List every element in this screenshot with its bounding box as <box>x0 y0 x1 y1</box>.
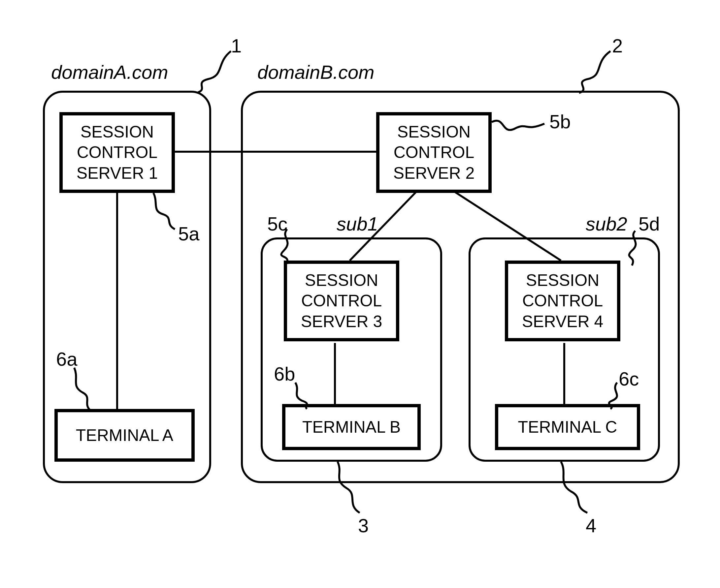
terminal-c-label: TERMINAL C <box>518 417 617 438</box>
diagram-canvas: domainA.com domainB.com sub1 sub2 SESSIO… <box>0 0 720 588</box>
server-1-label: SESSION CONTROL SERVER 1 <box>77 122 158 184</box>
terminal-b: TERMINAL B <box>282 404 421 450</box>
ref-2: 2 <box>612 35 623 57</box>
ref-5d: 5d <box>638 213 660 235</box>
sub1-title: sub1 <box>336 213 378 235</box>
terminal-a-label: TERMINAL A <box>76 425 173 446</box>
session-control-server-3: SESSION CONTROL SERVER 3 <box>284 260 399 341</box>
ref-5a: 5a <box>178 223 200 245</box>
session-control-server-2: SESSION CONTROL SERVER 2 <box>376 112 492 193</box>
ref-5c: 5c <box>267 213 287 235</box>
ref-4: 4 <box>586 514 596 537</box>
ref-1: 1 <box>231 35 242 57</box>
sub2-title: sub2 <box>586 213 627 235</box>
ref-6a: 6a <box>56 348 78 370</box>
terminal-a: TERMINAL A <box>55 409 195 462</box>
ref-3: 3 <box>358 514 369 537</box>
session-control-server-1: SESSION CONTROL SERVER 1 <box>59 112 175 193</box>
server-2-label: SESSION CONTROL SERVER 2 <box>393 122 474 184</box>
ref-6c: 6c <box>619 368 639 390</box>
terminal-b-label: TERMINAL B <box>302 417 400 438</box>
ref-5b: 5b <box>550 110 571 132</box>
domain-a-title: domainA.com <box>51 61 168 83</box>
terminal-c: TERMINAL C <box>495 404 640 450</box>
domain-b-title: domainB.com <box>258 61 374 83</box>
ref-6b: 6b <box>274 363 295 385</box>
server-4-label: SESSION CONTROL SERVER 4 <box>522 270 603 332</box>
server-3-label: SESSION CONTROL SERVER 3 <box>301 270 382 332</box>
session-control-server-4: SESSION CONTROL SERVER 4 <box>505 260 620 341</box>
